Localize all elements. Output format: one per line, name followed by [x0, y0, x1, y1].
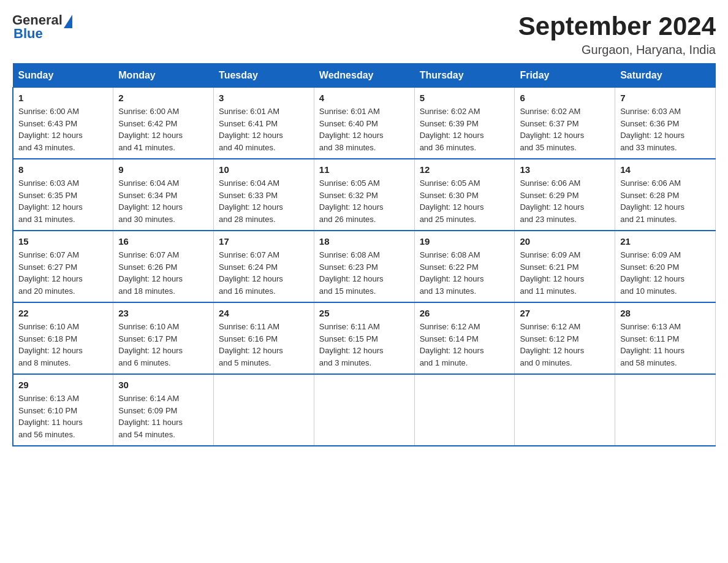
day-info: Sunrise: 6:05 AMSunset: 6:32 PMDaylight:… [319, 177, 409, 225]
day-info: Sunrise: 6:10 AMSunset: 6:17 PMDaylight:… [118, 321, 208, 369]
day-number: 5 [420, 93, 510, 103]
weekday-header-row: SundayMondayTuesdayWednesdayThursdayFrid… [13, 64, 716, 88]
weekday-header-thursday: Thursday [414, 64, 515, 88]
calendar-cell: 29Sunrise: 6:13 AMSunset: 6:10 PMDayligh… [13, 374, 113, 446]
day-number: 26 [420, 308, 510, 318]
day-info: Sunrise: 6:01 AMSunset: 6:41 PMDaylight:… [219, 105, 309, 153]
day-info: Sunrise: 6:03 AMSunset: 6:35 PMDaylight:… [18, 177, 108, 225]
day-info: Sunrise: 6:02 AMSunset: 6:37 PMDaylight:… [520, 105, 610, 153]
calendar-cell: 5Sunrise: 6:02 AMSunset: 6:39 PMDaylight… [414, 88, 515, 159]
calendar-cell: 6Sunrise: 6:02 AMSunset: 6:37 PMDaylight… [515, 88, 615, 159]
day-number: 29 [18, 380, 108, 390]
day-number: 20 [520, 236, 610, 247]
day-number: 6 [520, 93, 610, 103]
weekday-header-friday: Friday [515, 64, 615, 88]
day-number: 25 [319, 308, 409, 318]
calendar-cell: 17Sunrise: 6:07 AMSunset: 6:24 PMDayligh… [214, 231, 314, 302]
title-block: September 2024 Gurgaon, Haryana, India [518, 12, 716, 57]
calendar-cell: 14Sunrise: 6:06 AMSunset: 6:28 PMDayligh… [615, 159, 716, 231]
location-text: Gurgaon, Haryana, India [518, 43, 716, 57]
day-info: Sunrise: 6:14 AMSunset: 6:09 PMDaylight:… [118, 393, 208, 440]
day-number: 19 [420, 236, 510, 247]
calendar-cell: 10Sunrise: 6:04 AMSunset: 6:33 PMDayligh… [214, 159, 314, 231]
calendar-cell: 9Sunrise: 6:04 AMSunset: 6:34 PMDaylight… [113, 159, 214, 231]
calendar-week-row: 15Sunrise: 6:07 AMSunset: 6:27 PMDayligh… [13, 231, 716, 302]
day-number: 23 [118, 308, 208, 318]
calendar-cell: 8Sunrise: 6:03 AMSunset: 6:35 PMDaylight… [13, 159, 113, 231]
day-info: Sunrise: 6:09 AMSunset: 6:21 PMDaylight:… [520, 249, 610, 297]
day-number: 11 [319, 164, 409, 175]
day-info: Sunrise: 6:07 AMSunset: 6:26 PMDaylight:… [118, 249, 208, 297]
weekday-header-wednesday: Wednesday [314, 64, 414, 88]
calendar-cell: 26Sunrise: 6:12 AMSunset: 6:14 PMDayligh… [414, 302, 515, 374]
day-number: 16 [118, 236, 208, 247]
day-info: Sunrise: 6:10 AMSunset: 6:18 PMDaylight:… [18, 321, 108, 369]
calendar-cell [414, 374, 515, 446]
calendar-week-row: 22Sunrise: 6:10 AMSunset: 6:18 PMDayligh… [13, 302, 716, 374]
logo-blue-text: Blue [13, 26, 43, 42]
day-number: 4 [319, 93, 409, 103]
day-number: 15 [18, 236, 108, 247]
calendar-cell: 28Sunrise: 6:13 AMSunset: 6:11 PMDayligh… [615, 302, 716, 374]
day-info: Sunrise: 6:08 AMSunset: 6:23 PMDaylight:… [319, 249, 409, 297]
day-info: Sunrise: 6:13 AMSunset: 6:10 PMDaylight:… [18, 393, 108, 440]
calendar-cell: 4Sunrise: 6:01 AMSunset: 6:40 PMDaylight… [314, 88, 414, 159]
day-number: 17 [219, 236, 309, 247]
day-number: 8 [18, 164, 108, 175]
calendar-week-row: 29Sunrise: 6:13 AMSunset: 6:10 PMDayligh… [13, 374, 716, 446]
day-info: Sunrise: 6:01 AMSunset: 6:40 PMDaylight:… [319, 105, 409, 153]
calendar-cell: 20Sunrise: 6:09 AMSunset: 6:21 PMDayligh… [515, 231, 615, 302]
day-info: Sunrise: 6:11 AMSunset: 6:16 PMDaylight:… [219, 321, 309, 369]
day-number: 13 [520, 164, 610, 175]
day-info: Sunrise: 6:07 AMSunset: 6:24 PMDaylight:… [219, 249, 309, 297]
calendar-cell: 22Sunrise: 6:10 AMSunset: 6:18 PMDayligh… [13, 302, 113, 374]
day-number: 12 [420, 164, 510, 175]
day-number: 28 [620, 308, 710, 318]
day-number: 3 [219, 93, 309, 103]
day-info: Sunrise: 6:07 AMSunset: 6:27 PMDaylight:… [18, 249, 108, 297]
calendar-cell [314, 374, 414, 446]
calendar-cell: 1Sunrise: 6:00 AMSunset: 6:43 PMDaylight… [13, 88, 113, 159]
day-info: Sunrise: 6:05 AMSunset: 6:30 PMDaylight:… [420, 177, 510, 225]
day-number: 9 [118, 164, 208, 175]
logo: General Blue [12, 12, 72, 42]
calendar-cell: 16Sunrise: 6:07 AMSunset: 6:26 PMDayligh… [113, 231, 214, 302]
calendar-cell: 25Sunrise: 6:11 AMSunset: 6:15 PMDayligh… [314, 302, 414, 374]
calendar-table: SundayMondayTuesdayWednesdayThursdayFrid… [12, 63, 716, 446]
calendar-cell: 18Sunrise: 6:08 AMSunset: 6:23 PMDayligh… [314, 231, 414, 302]
day-number: 24 [219, 308, 309, 318]
day-info: Sunrise: 6:04 AMSunset: 6:33 PMDaylight:… [219, 177, 309, 225]
day-info: Sunrise: 6:11 AMSunset: 6:15 PMDaylight:… [319, 321, 409, 369]
day-number: 30 [118, 380, 208, 390]
calendar-cell: 3Sunrise: 6:01 AMSunset: 6:41 PMDaylight… [214, 88, 314, 159]
day-info: Sunrise: 6:00 AMSunset: 6:43 PMDaylight:… [18, 105, 108, 153]
calendar-cell: 30Sunrise: 6:14 AMSunset: 6:09 PMDayligh… [113, 374, 214, 446]
day-number: 27 [520, 308, 610, 318]
day-number: 14 [620, 164, 710, 175]
calendar-cell: 23Sunrise: 6:10 AMSunset: 6:17 PMDayligh… [113, 302, 214, 374]
day-info: Sunrise: 6:03 AMSunset: 6:36 PMDaylight:… [620, 105, 710, 153]
calendar-cell: 13Sunrise: 6:06 AMSunset: 6:29 PMDayligh… [515, 159, 615, 231]
day-number: 7 [620, 93, 710, 103]
calendar-cell: 27Sunrise: 6:12 AMSunset: 6:12 PMDayligh… [515, 302, 615, 374]
day-number: 18 [319, 236, 409, 247]
calendar-cell: 15Sunrise: 6:07 AMSunset: 6:27 PMDayligh… [13, 231, 113, 302]
day-info: Sunrise: 6:13 AMSunset: 6:11 PMDaylight:… [620, 321, 710, 369]
day-info: Sunrise: 6:08 AMSunset: 6:22 PMDaylight:… [420, 249, 510, 297]
weekday-header-sunday: Sunday [13, 64, 113, 88]
weekday-header-saturday: Saturday [615, 64, 716, 88]
calendar-cell: 21Sunrise: 6:09 AMSunset: 6:20 PMDayligh… [615, 231, 716, 302]
page-header: General Blue September 2024 Gurgaon, Har… [12, 12, 716, 57]
calendar-week-row: 1Sunrise: 6:00 AMSunset: 6:43 PMDaylight… [13, 88, 716, 159]
day-number: 21 [620, 236, 710, 247]
calendar-cell: 19Sunrise: 6:08 AMSunset: 6:22 PMDayligh… [414, 231, 515, 302]
logo-triangle-icon [64, 15, 72, 28]
day-info: Sunrise: 6:02 AMSunset: 6:39 PMDaylight:… [420, 105, 510, 153]
calendar-cell [214, 374, 314, 446]
month-title: September 2024 [518, 12, 716, 40]
day-info: Sunrise: 6:06 AMSunset: 6:29 PMDaylight:… [520, 177, 610, 225]
day-number: 1 [18, 93, 108, 103]
day-info: Sunrise: 6:12 AMSunset: 6:12 PMDaylight:… [520, 321, 610, 369]
day-number: 2 [118, 93, 208, 103]
weekday-header-tuesday: Tuesday [214, 64, 314, 88]
